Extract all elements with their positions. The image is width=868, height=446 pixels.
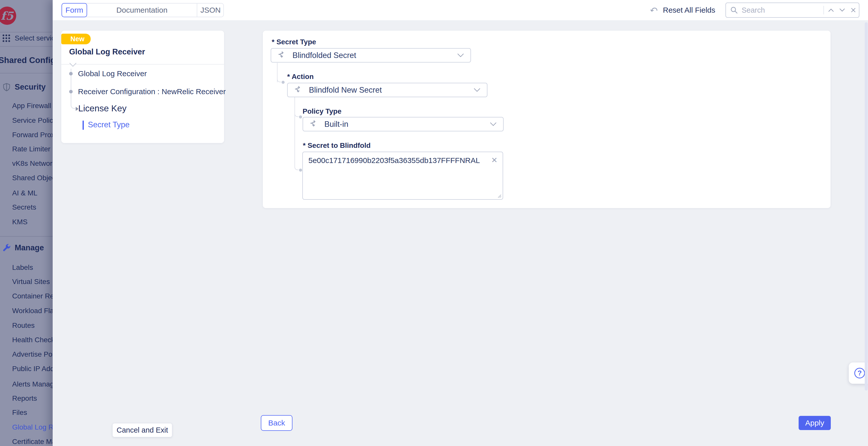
sidebar-item-ai-ml[interactable]: AI & ML [12, 189, 37, 198]
field-connector [294, 162, 299, 170]
policy-type-value: Built-in [324, 120, 490, 129]
chevron-down-icon [457, 54, 464, 58]
chevron-down-icon [474, 88, 480, 92]
select-service-label: Select service [15, 34, 53, 42]
sidebar-item-rate-limiter[interactable]: Rate Limiter P [12, 145, 53, 154]
chevron-down-icon [839, 8, 845, 12]
chevron-down-icon [490, 122, 497, 126]
sidebar-divider [0, 236, 53, 237]
reset-all-fields-label: Reset All Fields [663, 6, 715, 14]
new-badge-label: New [70, 35, 85, 43]
sidebar-item-container-registries[interactable]: Container Reg [12, 292, 53, 301]
action-label: * Action [287, 73, 314, 81]
sidebar-item-global-log-receiver[interactable]: Global Log Re [12, 423, 53, 432]
policy-type-select[interactable]: Built-in [303, 117, 504, 131]
secret-type-value: Blindfolded Secret [292, 51, 457, 60]
sidebar-item-shared-objects[interactable]: Shared Objec [12, 173, 53, 183]
sidebar-item-advertise-policies[interactable]: Advertise Poli [12, 350, 53, 359]
sidebar-divider [0, 73, 53, 73]
main-panel: Documentation JSON Form Reset All Fields [53, 0, 868, 446]
tree-step-global-log-receiver[interactable]: Global Log Receiver [78, 69, 147, 78]
field-connector-dot [299, 168, 302, 171]
field-connector [277, 75, 281, 82]
tree-bullet [69, 72, 73, 75]
search-input[interactable] [742, 6, 822, 14]
sidebar-title: Shared Config [0, 56, 53, 65]
close-icon [851, 8, 856, 13]
tree-connector [71, 100, 75, 109]
sidebar-section-manage[interactable]: Manage [2, 243, 44, 252]
divider [61, 64, 224, 65]
select-service-menu[interactable]: Select service [2, 34, 53, 42]
view-tabs: Documentation JSON Form [62, 3, 224, 17]
sidebar-item-forward-proxy[interactable]: Forward Proxy [12, 130, 53, 139]
branch-icon [310, 120, 318, 129]
search-box [725, 3, 859, 18]
sidebar-item-kms[interactable]: KMS [12, 217, 28, 227]
cancel-and-exit-button[interactable]: Cancel and Exit [113, 423, 172, 437]
sidebar-item-public-ip-addresses[interactable]: Public IP Addr [12, 364, 53, 373]
sidebar-item-secrets[interactable]: Secrets [12, 203, 36, 212]
wizard-title: Global Log Receiver [69, 47, 145, 57]
tree-bullet [69, 90, 73, 93]
sidebar-item-service-policies[interactable]: Service Polici [12, 116, 53, 125]
sidebar: f5 Select service Shared Config Security… [0, 0, 53, 446]
secret-to-blindfold-textarea[interactable]: 5e00c171716990b2203f5a36355db137FFFFNRAL… [302, 152, 503, 200]
secret-to-blindfold-label: * Secret to Blindfold [303, 141, 371, 150]
vertical-scrollbar[interactable] [865, 22, 868, 390]
apply-button[interactable]: Apply [799, 416, 831, 430]
branch-icon [278, 51, 286, 60]
tree-step-receiver-configuration[interactable]: Receiver Configuration : NewRelic Receiv… [78, 87, 226, 96]
tab-form[interactable]: Form [62, 3, 87, 17]
field-connector [294, 109, 299, 117]
sidebar-item-files[interactable]: Files [12, 408, 27, 417]
undo-arrow-icon [650, 6, 659, 15]
tab-json[interactable]: JSON [197, 4, 224, 17]
tab-documentation[interactable]: Documentation [87, 4, 197, 17]
content-area: New Global Log Receiver Global Log Recei… [53, 20, 868, 446]
sidebar-divider [0, 32, 53, 32]
grid-icon [2, 34, 11, 42]
new-badge: New [61, 34, 91, 44]
wizard-nav-card: New Global Log Receiver Global Log Recei… [61, 31, 224, 143]
action-value: Blindfold New Secret [309, 86, 474, 95]
sidebar-item-virtual-sites[interactable]: Virtual Sites [12, 277, 50, 286]
reset-all-fields-button[interactable]: Reset All Fields [650, 0, 715, 20]
sidebar-item-vk8s-network[interactable]: vK8s Network [12, 159, 53, 168]
policy-type-label: Policy Type [303, 107, 342, 116]
search-icon [730, 6, 738, 14]
action-select[interactable]: Blindfold New Secret [287, 83, 488, 97]
sidebar-item-workload-flavors[interactable]: Workload Flav [12, 306, 53, 315]
f5-logo-icon: f5 [0, 7, 16, 25]
field-connector [294, 97, 295, 163]
sidebar-item-reports[interactable]: Reports [12, 394, 37, 403]
sidebar-item-certificate-management[interactable]: Certificate Ma [12, 437, 53, 446]
clear-icon[interactable]: ✕ [491, 156, 498, 164]
tree-step-license-key[interactable]: License Key [78, 103, 127, 114]
search-next-button[interactable] [837, 3, 848, 17]
active-step-marker [83, 121, 84, 130]
wrench-icon [2, 243, 11, 252]
shield-icon [2, 83, 11, 92]
topbar: Documentation JSON Form Reset All Fields [53, 0, 868, 20]
sidebar-item-health-checks[interactable]: Health Check [12, 336, 53, 345]
field-connector-dot [282, 81, 285, 84]
field-connector-dot [299, 116, 302, 119]
sidebar-item-routes[interactable]: Routes [12, 321, 35, 330]
sidebar-section-security[interactable]: Security [2, 83, 45, 92]
search-prev-button[interactable] [826, 3, 837, 17]
help-icon[interactable]: ? [854, 368, 865, 378]
secret-type-label: * Secret Type [272, 38, 316, 46]
search-divider [824, 6, 824, 14]
form-card: * Secret Type Blindfolded Secret * Actio… [263, 31, 831, 208]
sidebar-item-alerts-management[interactable]: Alerts Manage [12, 380, 53, 389]
sidebar-item-labels[interactable]: Labels [12, 263, 33, 272]
back-button[interactable]: Back [261, 415, 292, 431]
secret-type-select[interactable]: Blindfolded Secret [271, 48, 471, 63]
sidebar-item-app-firewall[interactable]: App Firewall [12, 101, 51, 110]
sidebar-divider [0, 46, 53, 46]
tree-step-secret-type[interactable]: Secret Type [88, 120, 130, 129]
secret-to-blindfold-value: 5e00c171716990b2203f5a36355db137FFFFNRAL [308, 156, 480, 165]
search-close-button[interactable] [848, 3, 859, 17]
resize-handle-icon[interactable] [497, 194, 502, 198]
